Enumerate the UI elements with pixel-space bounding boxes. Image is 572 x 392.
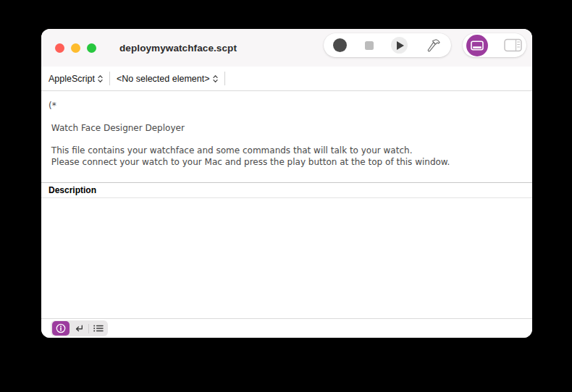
show-accessory-view-button[interactable]	[466, 35, 488, 56]
show-bundle-contents-button[interactable]	[503, 38, 523, 53]
show-description-button[interactable]	[52, 321, 70, 336]
bundle-contents-icon	[503, 38, 523, 53]
popup-chevrons-icon	[213, 74, 218, 83]
accessory-view-switcher	[51, 320, 108, 336]
list-icon	[92, 323, 105, 334]
code-line: This file contains your watchface and so…	[49, 145, 525, 157]
code-line	[49, 112, 525, 124]
title-bar: deploymywatchface.scpt	[41, 29, 532, 67]
navbar-divider	[224, 72, 225, 85]
zoom-button[interactable]	[87, 43, 96, 53]
accessory-view-icon	[470, 40, 484, 51]
window-title: deploymywatchface.scpt	[119, 43, 237, 54]
code-line: (*	[49, 101, 525, 112]
show-result-button[interactable]	[71, 321, 87, 336]
switcher-divider	[88, 324, 89, 333]
language-popup[interactable]: AppleScript	[49, 74, 103, 84]
script-editor-window: deploymywatchface.scpt	[41, 29, 532, 338]
toolbar	[324, 33, 526, 57]
bottom-bar	[41, 318, 532, 338]
record-icon	[333, 38, 347, 52]
element-popup[interactable]: <No selected element>	[117, 74, 218, 84]
script-text-editor[interactable]: (* Watch Face Designer Deployer This fil…	[41, 91, 532, 182]
navbar-divider	[109, 72, 110, 85]
minimize-button[interactable]	[71, 43, 80, 53]
desktop-background: deploymywatchface.scpt	[0, 0, 572, 392]
code-line: Watch Face Designer Deployer	[49, 123, 525, 135]
info-icon	[55, 323, 67, 334]
traffic-lights	[41, 43, 96, 53]
language-popup-label: AppleScript	[49, 74, 95, 84]
hammer-icon	[426, 38, 442, 54]
description-header-label: Description	[49, 185, 96, 195]
popup-chevrons-icon	[98, 74, 103, 83]
code-line	[49, 135, 525, 146]
return-arrow-icon	[73, 323, 85, 334]
compile-button[interactable]	[426, 38, 442, 54]
view-toggles-group	[463, 33, 526, 57]
run-button[interactable]	[391, 37, 408, 54]
script-controls-group	[324, 33, 451, 57]
show-log-button[interactable]	[91, 321, 106, 336]
record-button[interactable]	[333, 38, 347, 52]
code-line: Please connect your watch to your Mac an…	[49, 157, 525, 169]
stop-button[interactable]	[365, 41, 374, 50]
navigation-bar: AppleScript <No selected element>	[41, 67, 532, 91]
element-popup-label: <No selected element>	[117, 74, 210, 84]
description-content[interactable]	[41, 198, 532, 318]
play-icon	[391, 37, 408, 54]
close-button[interactable]	[55, 43, 64, 53]
description-header: Description	[41, 182, 532, 198]
stop-icon	[365, 41, 374, 50]
